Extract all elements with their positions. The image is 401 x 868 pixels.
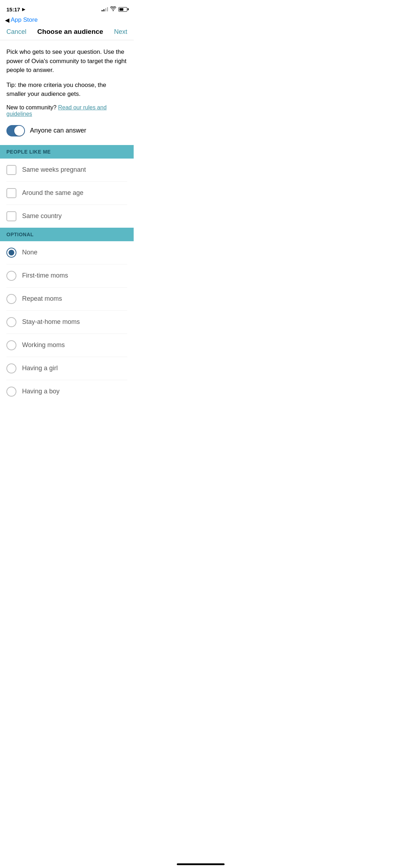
- community-row: New to community? Read our rules and gui…: [6, 104, 127, 117]
- status-bar: 15:17 ▶: [0, 0, 134, 16]
- optional-list: None First-time moms Repeat moms Stay-at…: [6, 241, 127, 411]
- radio-label: None: [22, 249, 37, 256]
- checkbox-around-same-age[interactable]: [6, 188, 16, 198]
- community-text: New to community?: [6, 104, 57, 110]
- optional-section-header: OPTIONAL: [0, 228, 134, 241]
- list-item[interactable]: Same weeks pregnant: [6, 159, 127, 182]
- checkbox-label: Same country: [22, 212, 62, 220]
- people-like-me-list: Same weeks pregnant Around the same age …: [6, 159, 127, 228]
- radio-repeat-moms[interactable]: [6, 294, 16, 304]
- toggle-knob: [14, 126, 24, 136]
- radio-working-moms[interactable]: [6, 340, 16, 350]
- list-item[interactable]: Same country: [6, 205, 127, 228]
- list-item[interactable]: Stay-at-home moms: [6, 311, 127, 334]
- back-arrow-icon: ◀: [5, 17, 9, 24]
- page-title: Choose an audience: [37, 28, 103, 36]
- checkbox-same-country[interactable]: [6, 211, 16, 221]
- checkbox-label: Around the same age: [22, 189, 83, 197]
- anyone-can-answer-toggle[interactable]: Anyone can answer: [6, 125, 127, 136]
- radio-label: Having a girl: [22, 365, 58, 372]
- radio-none[interactable]: [6, 248, 16, 258]
- people-like-me-header-text: PEOPLE LIKE ME: [6, 149, 51, 155]
- toggle-switch[interactable]: [6, 125, 25, 136]
- radio-stay-at-home-moms[interactable]: [6, 317, 16, 327]
- list-item[interactable]: Having a girl: [6, 357, 127, 380]
- list-item[interactable]: Having a boy: [6, 380, 127, 411]
- cancel-button[interactable]: Cancel: [6, 28, 26, 36]
- list-item[interactable]: None: [6, 241, 127, 264]
- list-item[interactable]: First-time moms: [6, 264, 127, 288]
- nav-bar: Cancel Choose an audience Next: [0, 25, 134, 40]
- list-item[interactable]: Working moms: [6, 334, 127, 357]
- wifi-icon: [110, 6, 116, 12]
- radio-having-a-girl[interactable]: [6, 363, 16, 373]
- tip-text: Tip: the more criteria you choose, the s…: [6, 81, 127, 99]
- list-item[interactable]: Around the same age: [6, 182, 127, 205]
- radio-label: Working moms: [22, 341, 65, 349]
- checkbox-label: Same weeks pregnant: [22, 166, 86, 174]
- optional-header-text: OPTIONAL: [6, 232, 34, 237]
- people-like-me-section-header: PEOPLE LIKE ME: [0, 145, 134, 159]
- radio-label: Stay-at-home moms: [22, 318, 80, 326]
- radio-label: Having a boy: [22, 388, 60, 395]
- battery-icon: [118, 7, 127, 12]
- next-button[interactable]: Next: [114, 28, 127, 36]
- radio-label: First-time moms: [22, 272, 68, 279]
- back-row[interactable]: ◀ App Store: [0, 16, 134, 25]
- radio-having-a-boy[interactable]: [6, 387, 16, 397]
- status-right: [102, 6, 127, 12]
- main-content: Pick who gets to see your question. Use …: [0, 40, 134, 411]
- status-left: 15:17 ▶: [6, 6, 25, 12]
- location-icon: ▶: [22, 7, 25, 12]
- app-store-back[interactable]: App Store: [11, 16, 38, 24]
- status-time: 15:17: [6, 6, 20, 12]
- toggle-label: Anyone can answer: [30, 127, 86, 134]
- signal-icon: [102, 7, 108, 11]
- radio-label: Repeat moms: [22, 295, 62, 303]
- checkbox-same-weeks-pregnant[interactable]: [6, 165, 16, 175]
- description-text: Pick who gets to see your question. Use …: [6, 47, 127, 75]
- radio-first-time-moms[interactable]: [6, 271, 16, 281]
- list-item[interactable]: Repeat moms: [6, 288, 127, 311]
